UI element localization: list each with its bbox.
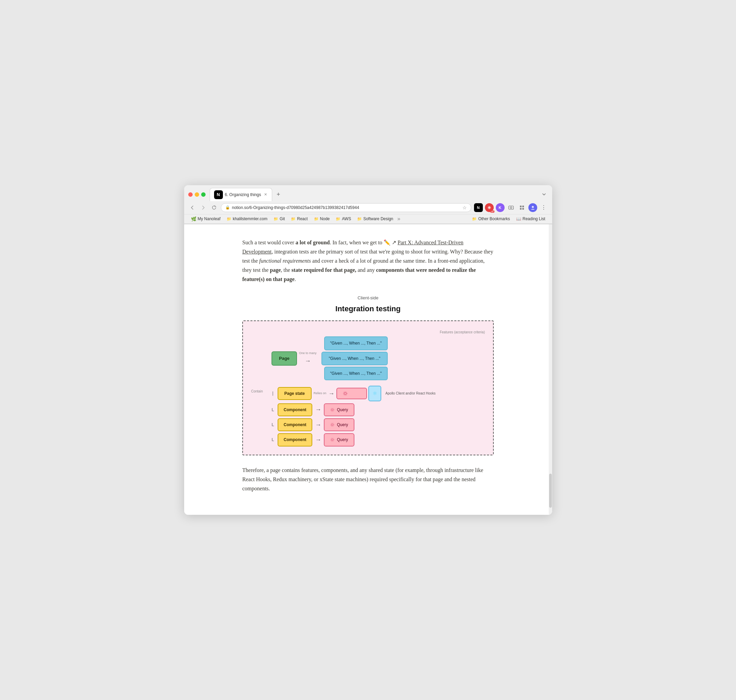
feature-cards: "Given ..., When ..., Then ..." "Given .…: [319, 337, 388, 380]
svg-point-8: [344, 393, 346, 394]
tab-close-button[interactable]: ✕: [263, 192, 268, 197]
url-bar[interactable]: 🔒 notion.so/6-Organizing-things-d70980d2…: [221, 203, 471, 212]
diagram-container: Client-side Integration testing Features…: [242, 294, 494, 455]
bookmark-label: AWS: [342, 216, 351, 221]
paragraph-2-text: Therefore, a page contains features, com…: [242, 467, 483, 491]
diagram-subtitle: Client-side: [242, 294, 494, 302]
query-gear-icon-3: [330, 437, 335, 442]
forward-button[interactable]: [199, 203, 207, 212]
feature-card-1: "Given ..., When ..., Then ...": [324, 337, 388, 350]
bold-state: state required for that page,: [292, 267, 357, 273]
browser-window: N 6. Organizing things ✕ + 🔒 notion.so/6: [184, 185, 552, 515]
page-scroll-area: Such a test would cover a lot of ground.…: [184, 224, 552, 515]
component-row-2: L Component → Query: [272, 418, 436, 431]
one-to-many-label: One to many: [299, 351, 317, 356]
svg-point-13: [331, 423, 334, 426]
bookmark-label: Node: [320, 216, 330, 221]
bookmark-react[interactable]: 📁 React: [288, 216, 310, 222]
scrollbar-thumb[interactable]: [549, 474, 552, 508]
component-box-2: Component: [278, 418, 313, 431]
profile-avatar-button[interactable]: [528, 203, 537, 212]
svg-point-11: [331, 408, 334, 412]
relies-on-label: Relies on: [314, 391, 326, 396]
extension-red-button[interactable]: off: [485, 203, 494, 212]
bookmark-software-design[interactable]: 📁 Software Design: [354, 216, 396, 222]
svg-point-15: [331, 438, 334, 441]
apollo-pink-box: [336, 388, 367, 399]
bookmark-khalil[interactable]: 📁 khalilstemmler.com: [224, 216, 270, 222]
bookmark-label: Software Design: [363, 216, 393, 221]
user-avatar-button[interactable]: K: [496, 203, 505, 212]
svg-rect-3: [520, 206, 522, 207]
browser-actions: N off K ⋮: [474, 203, 548, 212]
query-gear-icon-2: [330, 422, 335, 427]
new-tab-button[interactable]: +: [273, 190, 283, 199]
component-row-1: L Component → Query: [272, 403, 436, 416]
reload-button[interactable]: [210, 203, 218, 212]
bookmark-label: My Nanoleaf: [198, 216, 220, 221]
bookmark-git[interactable]: 📁 Git: [271, 216, 288, 222]
query-label-3: Query: [337, 436, 348, 443]
one-to-many-section: One to many →: [299, 351, 317, 366]
tab-title: 6. Organizing things: [225, 192, 261, 197]
bookmark-star-icon[interactable]: ☆: [463, 205, 467, 210]
diagram-box: Features (acceptance criteria) Page One …: [242, 321, 494, 455]
bookmark-label: Reading List: [523, 216, 545, 221]
content-text: Such a test would cover a lot of ground.…: [242, 238, 494, 493]
bookmark-label: React: [297, 216, 307, 221]
features-label: Features (acceptance criteria): [251, 329, 485, 335]
page-box: Page: [272, 351, 297, 366]
scrollbar-track[interactable]: [549, 224, 552, 515]
active-tab[interactable]: N 6. Organizing things ✕: [210, 188, 273, 201]
svg-rect-6: [522, 208, 524, 210]
svg-point-7: [532, 206, 534, 208]
tab-bar: N 6. Organizing things ✕ +: [184, 185, 552, 201]
query-label-2: Query: [337, 421, 348, 428]
contain-label-area: Contain: [251, 386, 272, 394]
link-icons: ✏️ ↗: [383, 240, 396, 246]
bookmark-node[interactable]: 📁 Node: [311, 216, 333, 222]
address-bar: 🔒 notion.so/6-Organizing-things-d70980d2…: [184, 201, 552, 214]
bookmark-aws[interactable]: 📁 AWS: [333, 216, 354, 222]
page-state-line: Page state Relies on →: [278, 386, 436, 401]
maximize-button[interactable]: [201, 192, 206, 197]
tree-structure: | Page state Relies on →: [272, 386, 436, 446]
lower-section: Contain | Page state Relies on: [251, 386, 485, 446]
back-button[interactable]: [188, 203, 196, 212]
bookmark-other[interactable]: 📁 Other Bookmarks: [469, 216, 513, 222]
screenshot-button[interactable]: [507, 203, 516, 212]
advanced-tdd-link[interactable]: Part X: Advanced Test-Driven Development: [242, 240, 463, 254]
feature-card-3: "Given ..., When ..., Then ...": [324, 367, 388, 380]
apollo-text: Apollo Client and/or React Hooks: [385, 391, 435, 396]
italic-functional: functional requirements: [259, 258, 311, 264]
react-icon: ⚛: [372, 389, 377, 398]
paragraph-2: Therefore, a page contains features, com…: [242, 466, 494, 493]
page-row: Page One to many → "Given ..., When ...,…: [251, 337, 485, 380]
svg-rect-1: [509, 206, 513, 209]
bookmark-reading-list[interactable]: 📖 Reading List: [513, 216, 548, 222]
svg-point-12: [332, 424, 333, 426]
gear-icon: [342, 391, 348, 396]
extensions-button[interactable]: [517, 203, 526, 212]
traffic-lights: [188, 192, 206, 197]
react-blue-box: ⚛: [368, 386, 381, 401]
diagram-title: Integration testing: [242, 303, 494, 315]
svg-point-9: [344, 391, 347, 395]
component-row-3: L Component → Query: [272, 433, 436, 446]
bookmark-label: Git: [280, 216, 285, 221]
notion-extension-button[interactable]: N: [474, 203, 483, 212]
contain-label: Contain: [251, 388, 263, 394]
bookmark-nanoleaf[interactable]: 🌿 My Nanoleaf: [188, 216, 223, 222]
paragraph-1: Such a test would cover a lot of ground.…: [242, 238, 494, 284]
component-box-3: Component: [278, 433, 313, 446]
svg-rect-4: [522, 206, 524, 207]
close-button[interactable]: [188, 192, 192, 197]
svg-point-14: [332, 439, 333, 441]
more-bookmarks-button[interactable]: »: [397, 216, 400, 222]
minimize-button[interactable]: [195, 192, 199, 197]
chrome-menu-button[interactable]: ⋮: [539, 203, 548, 212]
url-text: notion.so/6-Organizing-things-d70980d25a…: [232, 205, 460, 210]
query-label-1: Query: [337, 406, 348, 413]
lock-icon: 🔒: [225, 205, 230, 210]
tab-dropdown-button[interactable]: [540, 190, 548, 199]
